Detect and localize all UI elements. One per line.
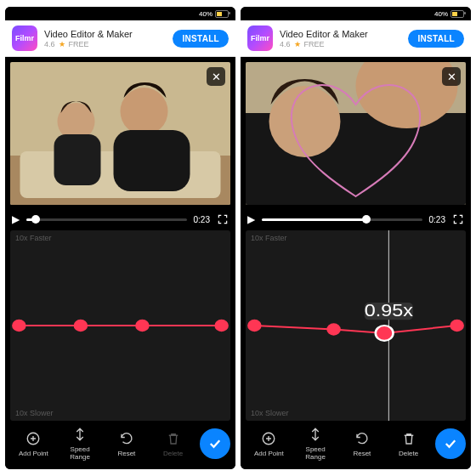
speed-range-button[interactable]: Speed Range bbox=[57, 426, 104, 461]
curve-point[interactable] bbox=[135, 320, 150, 332]
player-bar: ▶ 0:23 bbox=[241, 210, 471, 227]
ad-meta: 4.6 ★ FREE bbox=[280, 40, 401, 48]
svg-text:0.95x: 0.95x bbox=[365, 300, 413, 320]
scrubber-knob[interactable] bbox=[362, 215, 371, 224]
video-preview[interactable]: ✕ bbox=[10, 62, 230, 205]
delete-button[interactable]: Delete bbox=[385, 430, 432, 457]
fullscreen-button[interactable] bbox=[452, 213, 464, 225]
close-icon: ✕ bbox=[212, 71, 221, 83]
curve-point[interactable] bbox=[12, 320, 26, 332]
ad-app-icon: Filmr bbox=[247, 26, 273, 51]
add-point-button[interactable]: Add Point bbox=[246, 430, 292, 457]
ad-rating: 4.6 bbox=[44, 40, 55, 48]
scrubber[interactable] bbox=[26, 218, 187, 221]
close-button[interactable]: ✕ bbox=[442, 67, 461, 86]
ad-title: Video Editor & Maker bbox=[280, 29, 401, 39]
speed-range-button[interactable]: Speed Range bbox=[292, 426, 339, 461]
battery-icon bbox=[215, 10, 229, 18]
svg-rect-4 bbox=[54, 134, 101, 185]
scrubber-knob[interactable] bbox=[31, 215, 40, 224]
ad-title: Video Editor & Maker bbox=[44, 29, 166, 39]
play-button[interactable]: ▶ bbox=[247, 213, 255, 225]
bottom-toolbar: Add Point Speed Range Reset Delete bbox=[241, 421, 471, 469]
curve-point[interactable] bbox=[247, 320, 262, 332]
scrubber-progress bbox=[262, 218, 366, 221]
video-frame bbox=[10, 62, 230, 205]
ad-meta: 4.6 ★ FREE bbox=[44, 40, 166, 48]
curve-point[interactable] bbox=[214, 320, 229, 332]
reset-button[interactable]: Reset bbox=[104, 430, 150, 457]
plus-circle-icon bbox=[25, 430, 42, 447]
star-icon: ★ bbox=[59, 40, 65, 48]
ad-price: FREE bbox=[69, 40, 89, 48]
range-icon bbox=[307, 426, 324, 443]
scrubber[interactable] bbox=[262, 218, 422, 221]
battery-icon bbox=[450, 10, 464, 18]
undo-icon bbox=[118, 430, 135, 447]
svg-point-5 bbox=[121, 88, 168, 135]
phone-right: 40% Filmr Video Editor & Maker 4.6 ★ FRE… bbox=[241, 7, 471, 469]
curve-canvas bbox=[10, 230, 230, 421]
close-button[interactable]: ✕ bbox=[207, 67, 225, 86]
confirm-button[interactable] bbox=[435, 428, 466, 459]
trash-icon bbox=[400, 430, 417, 447]
install-button[interactable]: INSTALL bbox=[408, 30, 464, 48]
video-preview[interactable]: ✕ bbox=[246, 62, 466, 205]
battery-text: 40% bbox=[434, 10, 448, 18]
svg-rect-6 bbox=[114, 130, 190, 191]
plus-circle-icon bbox=[260, 430, 277, 447]
confirm-button[interactable] bbox=[200, 428, 230, 459]
undo-icon bbox=[354, 430, 371, 447]
time-label: 0:23 bbox=[429, 215, 445, 224]
phone-left: 40% Filmr Video Editor & Maker 4.6 ★ FRE… bbox=[5, 7, 235, 469]
ad-rating: 4.6 bbox=[280, 40, 291, 48]
svg-point-11 bbox=[269, 86, 341, 157]
trash-icon bbox=[165, 430, 182, 447]
curve-canvas: 0.95x bbox=[246, 230, 466, 421]
curve-point[interactable] bbox=[74, 320, 88, 332]
battery-text: 40% bbox=[199, 10, 212, 18]
ad-app-icon: Filmr bbox=[12, 26, 37, 51]
player-bar: ▶ 0:23 bbox=[5, 210, 235, 227]
reset-button[interactable]: Reset bbox=[339, 430, 386, 457]
video-frame bbox=[246, 62, 466, 205]
bottom-toolbar: Add Point Speed Range Reset Delete bbox=[5, 421, 235, 469]
status-bar: 40% bbox=[5, 7, 235, 20]
speed-curve-editor[interactable]: 10x Faster 10x Slower 0.95x bbox=[246, 230, 466, 421]
fullscreen-button[interactable] bbox=[217, 213, 229, 225]
delete-button: Delete bbox=[150, 430, 196, 457]
add-point-button[interactable]: Add Point bbox=[10, 430, 57, 457]
ad-banner[interactable]: Filmr Video Editor & Maker 4.6 ★ FREE IN… bbox=[5, 20, 235, 57]
play-button[interactable]: ▶ bbox=[12, 213, 20, 225]
range-icon bbox=[71, 426, 88, 443]
install-button[interactable]: INSTALL bbox=[173, 30, 229, 48]
star-icon: ★ bbox=[294, 40, 301, 48]
ad-price: FREE bbox=[304, 40, 325, 48]
curve-point[interactable] bbox=[326, 323, 341, 335]
curve-point[interactable] bbox=[450, 320, 464, 332]
status-bar: 40% bbox=[241, 7, 471, 20]
time-label: 0:23 bbox=[194, 215, 210, 224]
close-icon: ✕ bbox=[447, 71, 456, 83]
speed-curve-editor[interactable]: 10x Faster 10x Slower bbox=[10, 230, 230, 421]
ad-banner[interactable]: Filmr Video Editor & Maker 4.6 ★ FREE IN… bbox=[241, 20, 471, 57]
curve-point[interactable] bbox=[376, 326, 394, 341]
